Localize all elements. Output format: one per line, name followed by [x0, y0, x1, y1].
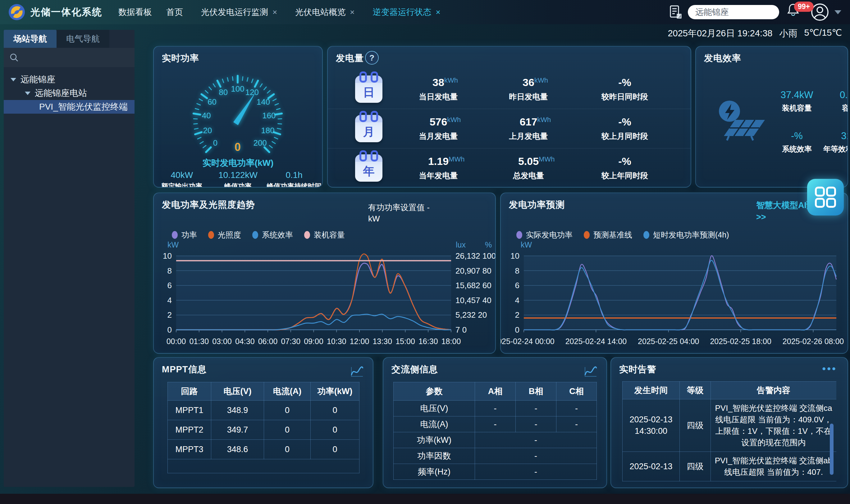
legend-marker — [172, 231, 178, 239]
energy-item: -%较上年同时段 — [572, 155, 677, 181]
table-cell: 功率因数 — [394, 448, 475, 464]
energy-item: -%较昨日同时段 — [572, 76, 677, 102]
tree-node-0[interactable]: 远能锦座 — [4, 73, 135, 86]
energy-row-1: 月576kWh当月发电量617kWh上月发电量-%较上月同时段 — [328, 109, 691, 148]
svg-text:60: 60 — [208, 97, 216, 107]
stat-value: -% — [774, 130, 820, 142]
tree-node-label: 远能锦座 — [20, 74, 55, 85]
tree-node-label: PVI_智能光伏监控终端 — [39, 101, 128, 113]
close-icon[interactable]: × — [272, 7, 277, 17]
legend-item-0[interactable]: 实际发电功率 — [516, 230, 572, 240]
calendar-char: 年 — [355, 164, 383, 179]
energy-item: -%较上月同时段 — [572, 116, 677, 141]
table-row: 电流(A)--- — [394, 416, 597, 432]
legend-label: 装机容量 — [314, 230, 345, 240]
table-cell: 0 — [264, 440, 311, 459]
ai-forecast-link-arrows[interactable]: >> — [756, 212, 766, 222]
navigation-sidebar: 场站导航电气导航 远能锦座远能锦座电站PVI_智能光伏监控终端 — [4, 30, 135, 487]
energy-label: 较昨日同时段 — [572, 92, 677, 102]
menu-item-1[interactable]: 首页 — [166, 6, 183, 18]
dashboard-area: 2025年02月26日 19:24:38 小雨 5℃/15℃ 场站导航电气导航 … — [0, 24, 850, 494]
gauge-stat-2: 0.1h峰值功率持续时间 — [266, 170, 322, 187]
svg-text:6: 6 — [167, 281, 172, 290]
legend-item-2[interactable]: 系统效率 — [252, 230, 293, 240]
table-cell: - — [475, 416, 516, 432]
legend-marker — [516, 231, 522, 239]
column-header: 告警内容 — [711, 382, 837, 399]
legend-item-2[interactable]: 短时发电功率预测(4h) — [643, 230, 729, 240]
station-search-input[interactable] — [688, 5, 779, 19]
tab-2[interactable]: 逆变器运行状态× — [372, 6, 440, 18]
tab-1[interactable]: 光伏电站概览× — [295, 6, 354, 18]
alarm-content: PVI_智能光伏监控终端 交流侧ab线电压超限 当前值为：407. — [711, 452, 837, 481]
svg-text:40: 40 — [202, 111, 211, 120]
station-tree: 远能锦座远能锦座电站PVI_智能光伏监控终端 — [4, 67, 135, 114]
legend-item-3[interactable]: 装机容量 — [304, 230, 345, 240]
calendar-ring — [371, 111, 378, 122]
help-icon[interactable]: ? — [365, 51, 379, 65]
alarm-level: 四级 — [680, 452, 711, 481]
legend-item-0[interactable]: 功率 — [172, 230, 197, 240]
table-cell: 0 — [311, 401, 359, 420]
app-title: 光储一体化系统 — [31, 5, 102, 19]
alarm-time: 2025-02-13 14:30:00 — [623, 399, 680, 452]
energy-cols: 38kWh当日发电量36kWh昨日发电量-%较昨日同时段 — [392, 76, 691, 102]
power-gauge: 0204060801001201401601802000 — [157, 59, 318, 158]
stat-label: 容配比 — [822, 103, 848, 113]
calendar-ring — [359, 150, 367, 161]
menu-item-0[interactable]: 数据看板 — [118, 6, 152, 18]
svg-text:0: 0 — [167, 325, 172, 335]
more-icon[interactable]: ••• — [822, 363, 837, 375]
legend-marker — [304, 231, 310, 239]
quick-menu-button[interactable] — [807, 179, 844, 216]
tree-node-2[interactable]: PVI_智能光伏监控终端 — [4, 100, 135, 114]
scrollbar-thumb[interactable] — [830, 424, 834, 475]
line-chart-icon[interactable] — [350, 364, 364, 378]
gauge-stat-0: 40kW额定输出功率 — [154, 170, 210, 187]
alarm-row[interactable]: 2025-02-13四级PVI_智能光伏监控终端 交流侧ab线电压超限 当前值为… — [623, 452, 837, 481]
right-axis-unit-lux: lux — [456, 240, 466, 249]
svg-text:180: 180 — [261, 126, 274, 135]
column-header: 参数 — [394, 382, 475, 401]
panel-title: 交流侧信息 — [391, 363, 438, 376]
close-icon[interactable]: × — [436, 7, 440, 17]
tab-0[interactable]: 光伏发电运行监测× — [201, 6, 277, 18]
tree-expand-icon[interactable] — [11, 78, 16, 82]
energy-value: 1.19MWh — [392, 155, 485, 167]
notifications[interactable]: 99+ — [787, 3, 804, 21]
energy-label: 较上年同时段 — [572, 170, 677, 181]
energy-label: 总发电量 — [485, 170, 572, 181]
legend-item-1[interactable]: 预测基准线 — [584, 230, 632, 240]
svg-text:6: 6 — [515, 281, 519, 290]
datetime-weather-bar: 2025年02月26日 19:24:38 小雨 5℃/15℃ — [668, 27, 842, 40]
sidebar-search[interactable] — [4, 48, 135, 67]
svg-text:09:00: 09:00 — [304, 337, 323, 346]
chevron-down-icon[interactable] — [834, 10, 841, 14]
tree-expand-icon[interactable] — [25, 92, 31, 95]
svg-text:8: 8 — [167, 266, 172, 275]
tree-node-1[interactable]: 远能锦座电站 — [4, 86, 135, 100]
alarm-row[interactable]: 2025-02-13 14:30:00四级PVI_智能光伏监控终端 交流侧ca线… — [623, 399, 837, 452]
calendar-char: 日 — [355, 85, 383, 100]
app-logo-icon — [8, 3, 25, 21]
alarm-time: 2025-02-13 — [623, 452, 680, 481]
table-row: 电压(V)--- — [394, 401, 597, 416]
sidebar-tab-0[interactable]: 场站导航 — [4, 30, 56, 48]
table-cell — [168, 459, 359, 473]
energy-label: 昨日发电量 — [485, 92, 572, 102]
line-chart-icon[interactable] — [583, 364, 598, 378]
stat-label: 年等效利用小时数 — [822, 144, 848, 154]
svg-text:2: 2 — [167, 310, 172, 320]
close-icon[interactable]: × — [350, 7, 354, 17]
energy-value: -% — [572, 155, 677, 167]
stat-label: 系统效率 — [774, 144, 820, 154]
table-cell: 电流(A) — [394, 416, 475, 432]
energy-value: -% — [572, 76, 677, 89]
panel-power-trend: 发电功率及光照度趋势 有功功率设置值 - kW 功率光照度系统效率装机容量 kW… — [153, 193, 496, 354]
sidebar-tab-1[interactable]: 电气导航 — [56, 30, 109, 48]
legend-item-1[interactable]: 光照度 — [208, 230, 241, 240]
calendar-char: 月 — [355, 124, 383, 140]
report-icon[interactable] — [669, 5, 682, 19]
svg-text:100: 100 — [231, 84, 244, 93]
calendar-ring — [371, 150, 378, 161]
